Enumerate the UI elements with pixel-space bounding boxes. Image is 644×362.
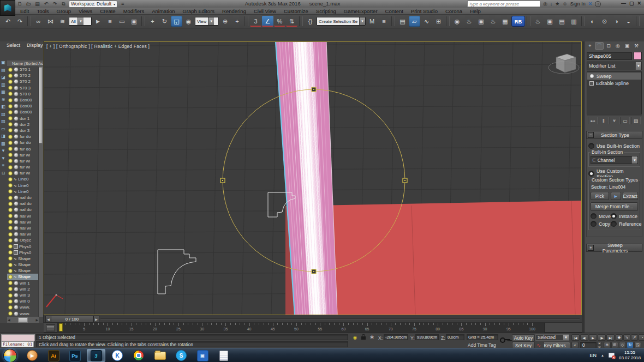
- next-frame-button[interactable]: |▶: [598, 334, 606, 341]
- undo-quick-icon[interactable]: ↶: [43, 1, 50, 7]
- select-and-rotate-icon[interactable]: ↻: [159, 16, 170, 27]
- snap-toggle-3d-icon[interactable]: 3: [250, 16, 261, 27]
- z-coordinate-field[interactable]: 0,0cm: [446, 334, 464, 340]
- visibility-bulb-icon[interactable]: [8, 153, 13, 157]
- angle-snap-icon[interactable]: ∠: [262, 16, 273, 27]
- list-item[interactable]: fur do: [7, 134, 39, 140]
- explorer-horizontal-scrollbar[interactable]: ◀ ▶: [7, 317, 39, 323]
- copy-radio[interactable]: Copy: [591, 220, 611, 227]
- menu-tools[interactable]: Tools: [33, 8, 52, 14]
- modifier-list-dropdown[interactable]: Modifier List ▼: [587, 62, 642, 70]
- object-name-field[interactable]: Shape005: [587, 52, 632, 60]
- visibility-bulb-icon[interactable]: [8, 269, 13, 273]
- visibility-bulb-icon[interactable]: [8, 159, 13, 163]
- reference-coordinate-dropdown[interactable]: View▼: [195, 17, 219, 26]
- timeline-band[interactable]: 0510152025303540455055606570758085909510…: [57, 323, 545, 333]
- visibility-bulb-icon[interactable]: [8, 141, 13, 145]
- visibility-bulb-icon[interactable]: [8, 281, 13, 285]
- max-logo-button[interactable]: [0, 0, 15, 16]
- corona-proxy-icon[interactable]: ◒: [623, 16, 634, 27]
- viewport-label[interactable]: [ + ] [ Orthographic ] [ Realistic + Edg…: [46, 44, 150, 49]
- go-to-end-button[interactable]: ▶|: [606, 334, 615, 341]
- minimize-button[interactable]: —: [621, 1, 626, 6]
- explorer-display-bones-icon[interactable]: ▩: [0, 140, 7, 148]
- add-time-tag[interactable]: Add Time Tag: [468, 342, 496, 348]
- instance-radio[interactable]: Instance: [611, 213, 642, 220]
- visibility-bulb-icon[interactable]: [8, 196, 13, 200]
- visibility-bulb-icon[interactable]: [8, 98, 13, 102]
- explorer-display-spacewarps-icon[interactable]: ≋: [0, 96, 7, 104]
- clock[interactable]: 15:55 03.07.2018: [619, 350, 641, 361]
- save-file-icon[interactable]: ▤: [34, 1, 41, 7]
- schematic-view-icon[interactable]: ⊞: [433, 16, 444, 27]
- menu-scripting[interactable]: Scripting: [312, 8, 340, 14]
- stack-item-editable-spline[interactable]: Editable Spline: [587, 80, 641, 87]
- list-item[interactable]: dor 1: [7, 116, 39, 122]
- list-item[interactable]: ∿Shape: [7, 262, 39, 268]
- list-item[interactable]: nal wi: [7, 219, 39, 225]
- list-item[interactable]: ∿Line0: [7, 189, 39, 195]
- scroll-left-icon[interactable]: ◀: [8, 318, 10, 322]
- help-icon[interactable]: ?: [595, 1, 601, 7]
- explorer-display-xrefs-icon[interactable]: ▨: [0, 118, 7, 125]
- list-item[interactable]: ∿Line0: [7, 176, 39, 182]
- corona-lister-icon[interactable]: ▤: [556, 16, 568, 27]
- menu-group[interactable]: Group: [53, 8, 75, 14]
- list-item[interactable]: Phys0: [7, 250, 39, 256]
- manage-layers-icon[interactable]: ▤: [397, 16, 408, 27]
- select-object-icon[interactable]: ►: [92, 16, 104, 27]
- use-built-in-radio[interactable]: Use Built-In Section: [588, 142, 640, 149]
- visibility-bulb-icon[interactable]: [8, 250, 13, 255]
- user-icon[interactable]: ☺: [562, 1, 567, 7]
- tab-hierarchy[interactable]: ⊟: [604, 42, 613, 50]
- scrollbar-thumb[interactable]: [39, 67, 43, 143]
- maxscript-listener-line[interactable]: Filename: 01: [1, 341, 34, 347]
- visibility-bulb-icon[interactable]: [8, 171, 13, 176]
- merge-from-file-button[interactable]: Merge From File...: [591, 202, 638, 211]
- curve-editor-icon[interactable]: ∿: [421, 16, 432, 27]
- taskbar-media-player[interactable]: ▶: [23, 349, 41, 362]
- taskbar-chrome[interactable]: [129, 349, 148, 362]
- explorer-display-containers-icon[interactable]: ◨: [0, 132, 7, 140]
- show-hidden-icons[interactable]: ▲: [601, 354, 604, 357]
- menu-create[interactable]: Create: [96, 8, 120, 14]
- y-coordinate-field[interactable]: 939,809cm: [415, 334, 439, 340]
- undo-icon[interactable]: ↶: [2, 16, 14, 27]
- visibility-bulb-icon[interactable]: [8, 208, 13, 212]
- light-plane-icon[interactable]: ▢: [641, 16, 644, 27]
- visibility-bulb-icon[interactable]: [8, 110, 13, 114]
- visibility-bulb-icon[interactable]: [8, 275, 13, 279]
- menu-corona[interactable]: Corona: [442, 8, 466, 14]
- menu-views[interactable]: Views: [75, 8, 96, 14]
- rendered-frame-window-icon[interactable]: ▣: [475, 16, 487, 27]
- visibility-bulb-icon[interactable]: [8, 147, 13, 151]
- selection-set-dropdown[interactable]: Selected▼: [535, 334, 569, 341]
- scroll-right-icon[interactable]: ▶: [35, 318, 38, 322]
- menu-civil-view[interactable]: Civil View: [250, 8, 280, 14]
- default-in-tangent-button[interactable]: ↘: [623, 334, 630, 341]
- list-item[interactable]: Box00: [7, 103, 39, 109]
- visibility-bulb-icon[interactable]: [8, 202, 13, 206]
- corona-render-icon[interactable]: ♨: [532, 16, 544, 27]
- material-editor-icon[interactable]: ◉: [451, 16, 463, 27]
- list-item[interactable]: fur wi: [7, 152, 39, 158]
- taskbar-skype[interactable]: S: [172, 349, 190, 362]
- go-to-start-button[interactable]: |◀: [571, 334, 580, 341]
- explorer-menu-display[interactable]: Display: [27, 43, 43, 48]
- corona-light-icon[interactable]: ◐: [587, 16, 598, 27]
- move-radio[interactable]: Move: [591, 213, 611, 220]
- time-forward-arrow[interactable]: ▶: [93, 316, 99, 323]
- visibility-bulb-icon[interactable]: [8, 177, 13, 182]
- corona-lightmix-icon[interactable]: ◑: [611, 16, 622, 27]
- mini-curve-editor-button[interactable]: [46, 324, 55, 331]
- list-item[interactable]: nal wi: [7, 213, 39, 219]
- list-item[interactable]: www.: [7, 304, 39, 310]
- visibility-bulb-icon[interactable]: [8, 256, 13, 261]
- visibility-bulb-icon[interactable]: [8, 68, 13, 72]
- taskbar-photoshop[interactable]: Ps: [65, 349, 84, 362]
- time-slider[interactable]: 0 / 100: [51, 316, 93, 323]
- mirror-icon[interactable]: M: [366, 16, 378, 27]
- taskbar-notepad[interactable]: [214, 349, 233, 362]
- close-button[interactable]: ✕: [637, 1, 642, 6]
- list-item[interactable]: fur wi: [7, 170, 39, 176]
